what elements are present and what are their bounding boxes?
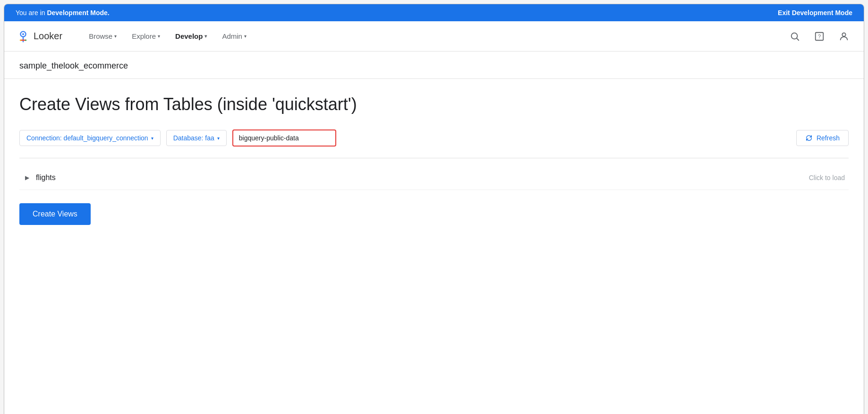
admin-chevron-icon: ▾ xyxy=(244,34,247,39)
schema-search-input[interactable] xyxy=(239,134,330,142)
logo[interactable]: Looker xyxy=(16,29,62,44)
click-to-load-text[interactable]: Click to load xyxy=(809,174,845,181)
refresh-icon xyxy=(805,134,813,142)
create-views-button[interactable]: Create Views xyxy=(19,203,91,225)
looker-logo-icon xyxy=(16,29,31,44)
help-icon: ? xyxy=(814,31,825,42)
develop-chevron-icon: ▾ xyxy=(204,34,207,39)
svg-line-7 xyxy=(797,38,799,40)
schema-input-wrapper xyxy=(232,129,336,147)
table-name: flights xyxy=(36,173,56,182)
dev-mode-banner: You are in Development Mode. Exit Develo… xyxy=(4,4,864,21)
database-chevron-icon: ▾ xyxy=(217,136,220,141)
nav-admin[interactable]: Admin ▾ xyxy=(214,28,254,44)
nav-browse[interactable]: Browse ▾ xyxy=(81,28,124,44)
explore-chevron-icon: ▾ xyxy=(158,34,160,39)
divider xyxy=(19,158,849,158)
browse-chevron-icon: ▾ xyxy=(114,34,117,39)
search-icon xyxy=(790,31,800,42)
table-item-left: ▶ flights xyxy=(23,172,56,183)
project-header: sample_thelook_ecommerce xyxy=(4,52,864,79)
project-name: sample_thelook_ecommerce xyxy=(19,61,128,70)
logo-text: Looker xyxy=(34,31,62,42)
search-button[interactable] xyxy=(786,28,803,45)
svg-point-5 xyxy=(25,39,26,41)
refresh-button[interactable]: Refresh xyxy=(796,130,849,146)
database-label: Database: faa xyxy=(173,134,214,142)
user-button[interactable] xyxy=(835,28,852,45)
nav-links: Browse ▾ Explore ▾ Develop ▾ Admin ▾ xyxy=(81,28,786,44)
database-dropdown[interactable]: Database: faa ▾ xyxy=(166,130,227,146)
nav-explore[interactable]: Explore ▾ xyxy=(124,28,168,44)
connection-chevron-icon: ▾ xyxy=(151,136,153,141)
nav-develop[interactable]: Develop ▾ xyxy=(168,28,214,44)
svg-point-1 xyxy=(22,33,24,35)
main-content: Create Views from Tables (inside 'quicks… xyxy=(4,79,864,244)
user-icon xyxy=(839,31,849,42)
connection-label: Connection: default_bigquery_connection xyxy=(26,134,148,142)
refresh-label: Refresh xyxy=(817,134,840,142)
exit-dev-mode-link[interactable]: Exit Development Mode xyxy=(778,9,852,17)
help-button[interactable]: ? xyxy=(811,28,828,45)
svg-point-10 xyxy=(842,33,845,36)
top-navigation: Looker Browse ▾ Explore ▾ Develop ▾ Admi… xyxy=(4,21,864,52)
expand-arrow-icon[interactable]: ▶ xyxy=(23,172,31,183)
connection-dropdown[interactable]: Connection: default_bigquery_connection … xyxy=(19,130,161,146)
page-title: Create Views from Tables (inside 'quicks… xyxy=(19,94,849,114)
dev-mode-text: You are in Development Mode. xyxy=(16,9,110,17)
controls-row: Connection: default_bigquery_connection … xyxy=(19,129,849,147)
table-row: ▶ flights Click to load xyxy=(19,166,849,190)
nav-right-icons: ? xyxy=(786,28,852,45)
svg-point-4 xyxy=(20,39,21,41)
svg-text:?: ? xyxy=(818,33,821,39)
tables-list: ▶ flights Click to load xyxy=(19,166,849,190)
